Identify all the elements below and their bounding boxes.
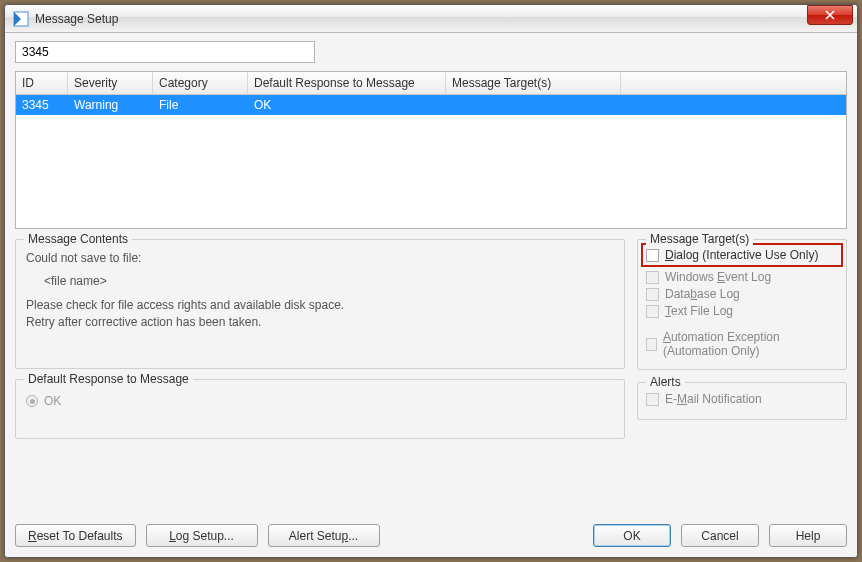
default-response-legend: Default Response to Message <box>24 372 193 386</box>
ok-button[interactable]: OK <box>593 524 671 547</box>
help-button[interactable]: Help <box>769 524 847 547</box>
window-title: Message Setup <box>35 12 807 26</box>
radio-ok: OK <box>26 394 614 408</box>
checkbox-txtlog-label: Text File Log <box>665 304 733 318</box>
message-targets-group: Message Target(s) Dialog (Interactive Us… <box>637 239 847 370</box>
message-grid[interactable]: ID Severity Category Default Response to… <box>15 71 847 229</box>
checkbox-welog-label: Windows Event Log <box>665 270 771 284</box>
cancel-button[interactable]: Cancel <box>681 524 759 547</box>
checkbox-icon <box>646 249 659 262</box>
column-header-severity[interactable]: Severity <box>68 72 153 94</box>
checkbox-windows-event-log[interactable]: Windows Event Log <box>646 270 838 284</box>
contents-placeholder: <file name> <box>44 273 614 290</box>
message-contents-body: Could not save to file: <file name> Plea… <box>26 250 614 332</box>
reset-to-defaults-button[interactable]: Reset To Defaults <box>15 524 136 547</box>
contents-line-1: Could not save to file: <box>26 250 614 267</box>
cell-id: 3345 <box>16 95 68 115</box>
checkbox-text-file-log[interactable]: Text File Log <box>646 304 838 318</box>
close-button[interactable] <box>807 5 853 25</box>
app-icon <box>13 11 29 27</box>
table-row[interactable]: 3345 Warning File OK <box>16 95 846 115</box>
checkbox-icon <box>646 288 659 301</box>
log-setup-button[interactable]: Log Setup... <box>146 524 258 547</box>
cell-targets <box>446 95 621 115</box>
column-header-response[interactable]: Default Response to Message <box>248 72 446 94</box>
client-area: ID Severity Category Default Response to… <box>5 33 857 557</box>
cell-response: OK <box>248 95 446 115</box>
alert-setup-button[interactable]: Alert Setup... <box>268 524 380 547</box>
checkbox-icon <box>646 338 657 351</box>
close-icon <box>825 10 835 20</box>
radio-icon <box>26 395 38 407</box>
grid-header[interactable]: ID Severity Category Default Response to… <box>16 72 846 95</box>
cell-category: File <box>153 95 248 115</box>
titlebar[interactable]: Message Setup <box>5 5 857 33</box>
dialog-highlight: Dialog (Interactive Use Only) <box>641 243 843 267</box>
contents-line-3: Please check for file access rights and … <box>26 297 614 314</box>
message-contents-group: Message Contents Could not save to file:… <box>15 239 625 369</box>
grid-body: 3345 Warning File OK <box>16 95 846 115</box>
checkbox-icon <box>646 393 659 406</box>
message-contents-legend: Message Contents <box>24 232 132 246</box>
checkbox-email-notification[interactable]: E-Mail Notification <box>646 392 838 406</box>
bottom-bar: Reset To Defaults Log Setup... Alert Set… <box>15 490 847 547</box>
column-header-id[interactable]: ID <box>16 72 68 94</box>
alerts-group: Alerts E-Mail Notification <box>637 382 847 420</box>
checkbox-icon <box>646 305 659 318</box>
column-header-targets[interactable]: Message Target(s) <box>446 72 621 94</box>
alerts-legend: Alerts <box>646 375 685 389</box>
checkbox-icon <box>646 271 659 284</box>
column-header-category[interactable]: Category <box>153 72 248 94</box>
checkbox-email-label: E-Mail Notification <box>665 392 762 406</box>
contents-line-4: Retry after corrective action has been t… <box>26 314 614 331</box>
checkbox-database-log[interactable]: Database Log <box>646 287 838 301</box>
checkbox-dblog-label: Database Log <box>665 287 740 301</box>
message-setup-window: Message Setup ID Severity Category Defau… <box>4 4 858 558</box>
search-input[interactable] <box>15 41 315 63</box>
default-response-group: Default Response to Message OK <box>15 379 625 439</box>
radio-ok-label: OK <box>44 394 61 408</box>
message-targets-legend: Message Target(s) <box>646 232 753 246</box>
checkbox-automation-exception[interactable]: Automation Exception (Automation Only) <box>646 330 838 358</box>
checkbox-autoex-label: Automation Exception (Automation Only) <box>663 330 838 358</box>
cell-severity: Warning <box>68 95 153 115</box>
checkbox-dialog-label: Dialog (Interactive Use Only) <box>665 248 818 262</box>
checkbox-dialog[interactable]: Dialog (Interactive Use Only) <box>646 248 838 262</box>
